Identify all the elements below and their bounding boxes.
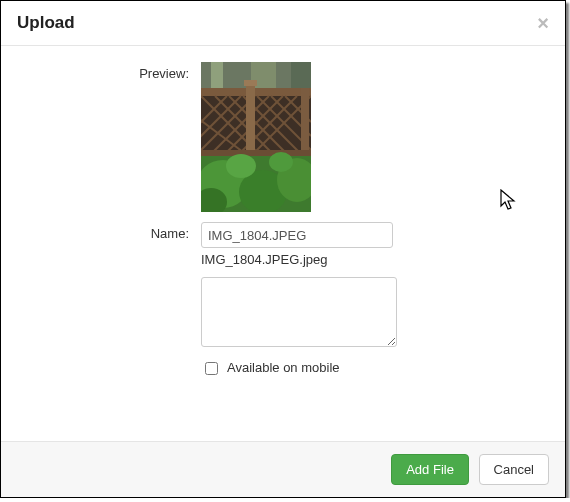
close-button[interactable]: × xyxy=(537,13,549,33)
modal-header: Upload × xyxy=(1,1,565,46)
filename-display: IMG_1804.JPEG.jpeg xyxy=(201,252,393,267)
svg-rect-3 xyxy=(291,62,311,88)
add-file-button[interactable]: Add File xyxy=(391,454,469,485)
preview-label: Preview: xyxy=(21,62,201,81)
svg-rect-23 xyxy=(301,88,309,156)
name-label: Name: xyxy=(21,222,201,241)
cancel-button[interactable]: Cancel xyxy=(479,454,549,485)
modal-footer: Add File Cancel xyxy=(1,441,565,497)
upload-modal: Upload × Preview: xyxy=(0,0,566,498)
preview-image xyxy=(201,62,311,212)
svg-rect-4 xyxy=(201,88,311,96)
svg-point-30 xyxy=(269,152,293,172)
name-input[interactable] xyxy=(201,222,393,248)
svg-rect-21 xyxy=(246,84,255,156)
available-mobile-label: Available on mobile xyxy=(227,360,340,377)
close-icon: × xyxy=(537,12,549,34)
description-textarea[interactable] xyxy=(201,277,397,347)
available-mobile-checkbox[interactable] xyxy=(205,362,218,375)
modal-body: Preview: xyxy=(1,46,565,441)
svg-rect-1 xyxy=(211,62,223,88)
svg-rect-22 xyxy=(244,80,257,86)
svg-point-29 xyxy=(226,154,256,178)
modal-title: Upload xyxy=(17,13,75,33)
svg-rect-24 xyxy=(201,150,311,156)
